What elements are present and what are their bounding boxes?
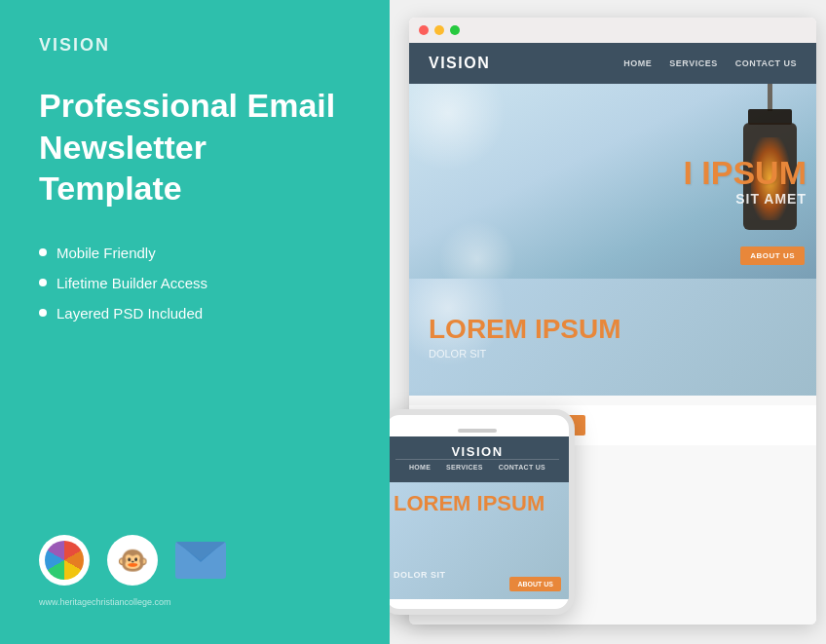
bullet-icon <box>39 248 47 256</box>
mobile-header: VISION HOME SERVICES CONTACT US <box>390 436 569 482</box>
left-headline: Professional Email Newsletter Template <box>39 85 351 209</box>
email-icon <box>175 542 226 579</box>
browser-btn-green <box>450 25 460 35</box>
email-logo: VISION <box>429 55 490 72</box>
email-hero: I IPSUM SIT AMET ABOUT US <box>409 84 816 279</box>
browser-titlebar <box>409 18 816 43</box>
mobile-mockup: VISION HOME SERVICES CONTACT US LOREM IP… <box>390 409 575 615</box>
website-label: www.heritagechristiancollege.com <box>39 597 171 607</box>
email-body-hero: LOREM IPSUM DOLOR SIT <box>409 279 816 396</box>
mobile-speaker <box>458 429 497 433</box>
features-list: Mobile Friendly Lifetime Builder Access … <box>39 245 351 335</box>
browser-btn-yellow <box>434 25 444 35</box>
mobile-hero-text: LOREM IPSUM <box>394 492 544 515</box>
mobile-hero: LOREM IPSUM DOLOR SIT ABOUT US <box>390 482 569 599</box>
envelope-svg <box>186 549 215 571</box>
mailchimp-icon: 🐵 <box>107 535 158 586</box>
email-header: VISION HOME SERVICES CONTACT US <box>409 43 816 84</box>
mobile-hero-sub: DOLOR SIT <box>394 570 446 580</box>
lantern-chain <box>768 84 772 111</box>
mobile-nav: HOME SERVICES CONTACT US <box>395 459 559 474</box>
mobile-screen: VISION HOME SERVICES CONTACT US LOREM IP… <box>390 436 569 599</box>
bullet-icon <box>39 309 47 317</box>
browser-btn-red <box>419 25 429 35</box>
nav-item-contact: CONTACT US <box>735 58 797 68</box>
right-panel: VISION HOME SERVICES CONTACT US <box>390 0 826 644</box>
svg-marker-0 <box>186 549 215 562</box>
feature-label-3: Layered PSD Included <box>56 305 203 322</box>
feature-item-2: Lifetime Builder Access <box>39 275 351 291</box>
feature-item-3: Layered PSD Included <box>39 305 351 322</box>
mobile-nav-services: SERVICES <box>446 464 483 471</box>
feature-label-1: Mobile Friendly <box>56 245 156 261</box>
nav-item-services: SERVICES <box>669 58 717 68</box>
body-sub-text: DOLOR SIT <box>429 348 621 360</box>
bullet-icon <box>39 279 47 286</box>
hero-text-block: I IPSUM SIT AMET <box>683 155 816 207</box>
left-panel: VISION Professional Email Newsletter Tem… <box>0 0 390 644</box>
mobile-nav-contact: CONTACT US <box>499 464 545 471</box>
mobile-logo: VISION <box>395 444 559 459</box>
hero-sub-text: SIT AMET <box>683 192 807 208</box>
color-wheel-icon <box>39 535 90 586</box>
color-wheel <box>45 541 84 580</box>
mobile-nav-home: HOME <box>409 464 431 471</box>
body-hero-text: LOREM IPSUM DOLOR SIT <box>429 315 621 360</box>
feature-item-1: Mobile Friendly <box>39 245 351 261</box>
main-container: VISION Professional Email Newsletter Tem… <box>0 0 826 644</box>
email-nav: HOME SERVICES CONTACT US <box>623 58 797 68</box>
feature-label-2: Lifetime Builder Access <box>56 275 207 291</box>
body-large-text: LOREM IPSUM <box>429 315 621 345</box>
mailchimp-logo: 🐵 <box>117 546 148 576</box>
nav-item-home: HOME <box>623 58 652 68</box>
left-brand: VISION <box>39 35 351 56</box>
mobile-about-btn[interactable]: ABOUT US <box>509 577 561 591</box>
hero-large-text: I IPSUM <box>683 155 807 191</box>
mobile-notch <box>390 429 569 433</box>
left-footer: 🐵 <box>39 535 351 586</box>
hero-about-btn[interactable]: ABOUT US <box>740 246 805 265</box>
